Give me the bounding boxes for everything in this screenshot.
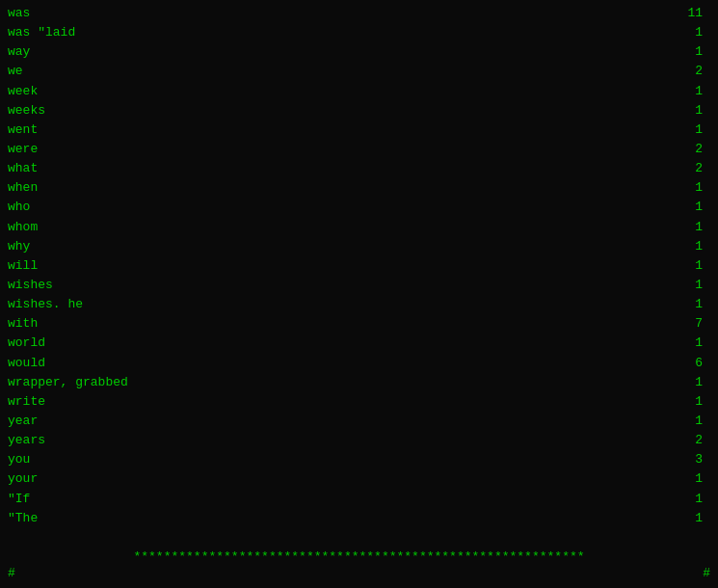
word-cell: when [8,178,181,198]
table-row: world1 [8,334,710,353]
table-row: write1 [8,392,710,412]
word-cell: weeks [8,101,181,120]
table-row: will1 [8,256,710,276]
table-row: week1 [8,82,710,101]
word-cell: wishes. he [8,295,181,314]
table-row: with7 [8,314,710,334]
word-cell: you [8,450,181,469]
count-cell: 1 [681,178,710,198]
table-row: were2 [8,140,710,159]
count-cell: 1 [681,334,710,353]
count-cell: 1 [681,276,710,295]
table-row: wishes1 [8,276,710,295]
right-hash: # [703,564,710,584]
count-cell: 7 [681,314,710,334]
hash-line: # # [8,564,710,584]
table-row: way1 [8,42,710,62]
count-cell: 3 [681,450,710,469]
word-cell: with [8,314,181,334]
word-cell: we [8,62,181,81]
word-cell: write [8,392,181,412]
word-cell: were [8,140,181,159]
table-row: what2 [8,159,710,178]
count-cell: 1 [681,42,710,62]
word-cell: year [8,412,181,431]
word-cell: whom [8,218,181,237]
table-row: whom1 [8,218,710,237]
count-cell: 6 [681,354,710,373]
count-cell: 1 [681,392,710,412]
word-cell: who [8,198,181,217]
count-cell: 1 [681,373,710,392]
table-row: we2 [8,62,710,81]
word-cell: world [8,334,181,353]
count-cell: 2 [681,159,710,178]
terminal-window: was11was "laid1way1we2week1weeks1went1we… [0,0,718,588]
count-cell: 1 [681,23,710,42]
table-row: would6 [8,354,710,373]
table-row: weeks1 [8,101,710,120]
count-cell: 1 [681,490,710,509]
table-row: years2 [8,431,710,450]
table-row: wishes. he1 [8,295,710,314]
word-list: was11was "laid1way1we2week1weeks1went1we… [8,4,710,539]
table-row: who1 [8,198,710,217]
word-cell: your [8,469,181,489]
word-cell: will [8,256,181,276]
count-cell: 1 [681,120,710,140]
count-cell: 1 [681,256,710,276]
table-row: "The1 [8,509,710,528]
left-hash: # [8,564,15,584]
table-row: was "laid1 [8,23,710,42]
count-cell: 2 [681,431,710,450]
count-cell: 11 [681,4,710,23]
table-row: "If1 [8,490,710,509]
table-row: when1 [8,178,710,198]
count-cell: 1 [681,82,710,101]
stars-line: ****************************************… [8,549,710,564]
word-cell: would [8,354,181,373]
count-cell: 1 [681,412,710,431]
table-row: wrapper, grabbed1 [8,373,710,392]
word-cell: week [8,82,181,101]
footer: ****************************************… [0,546,718,588]
count-cell: 1 [681,218,710,237]
count-cell: 1 [681,237,710,256]
word-cell: way [8,42,181,62]
word-cell: years [8,431,181,450]
word-cell: "If [8,490,181,509]
count-cell: 1 [681,469,710,489]
count-cell: 2 [681,140,710,159]
word-cell: went [8,120,181,140]
count-cell: 1 [681,101,710,120]
word-cell: was "laid [8,23,181,42]
table-row: your1 [8,469,710,489]
table-row: was11 [8,4,710,23]
count-cell: 1 [681,509,710,528]
count-cell: 2 [681,62,710,81]
word-cell: wishes [8,276,181,295]
table-row: year1 [8,412,710,431]
table-row: went1 [8,120,710,140]
count-cell: 1 [681,198,710,217]
word-cell: "The [8,509,181,528]
word-cell: was [8,4,181,23]
table-row: you3 [8,450,710,469]
count-cell: 1 [681,295,710,314]
word-cell: why [8,237,181,256]
word-cell: wrapper, grabbed [8,373,181,392]
table-row: why1 [8,237,710,256]
word-cell: what [8,159,181,178]
